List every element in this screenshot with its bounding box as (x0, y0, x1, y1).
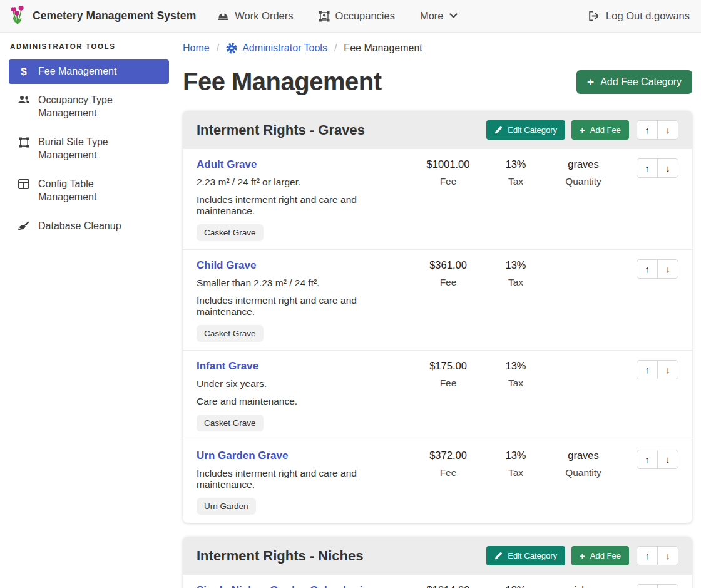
category-reorder-group: ↑ ↓ (637, 546, 678, 565)
sidebar-item-fee-management[interactable]: $ Fee Management (9, 59, 169, 84)
fee-name-link[interactable]: Single Niche - Garden Columbarium (197, 584, 413, 588)
fee-reorder-group: ↑ ↓ (637, 158, 678, 178)
breadcrumb-current: Fee Management (344, 43, 422, 54)
move-fee-up-button[interactable]: ↑ (637, 584, 658, 588)
edit-category-button[interactable]: Edit Category (486, 120, 565, 140)
move-category-up-button[interactable]: ↑ (637, 120, 658, 140)
fee-tax-label: Tax (483, 176, 548, 187)
sidebar-item-config-table-management[interactable]: Config Table Management (9, 172, 169, 210)
fee-tax: 13% (483, 158, 548, 170)
fee-amount-label: Fee (413, 467, 483, 478)
fee-description: 2.23 m² / 24 ft² or larger. (197, 177, 413, 188)
logout-label: Log Out d.gowans (606, 10, 690, 22)
add-fee-button[interactable]: + Add Fee (571, 120, 629, 140)
fee-amount-label: Fee (413, 277, 483, 288)
breadcrumb-separator: / (217, 43, 219, 54)
fee-description: Care and maintenance. (197, 396, 413, 407)
logout-button[interactable]: Log Out d.gowans (588, 10, 690, 22)
move-category-down-button[interactable]: ↓ (657, 120, 678, 140)
page-title: Fee Management (183, 68, 382, 96)
fee-type-badge: Casket Grave (197, 325, 264, 342)
table-icon (18, 179, 30, 189)
move-fee-up-button[interactable]: ↑ (637, 450, 658, 469)
nav-more[interactable]: More (420, 10, 458, 22)
users-icon (18, 95, 30, 105)
tulips-logo-icon (9, 5, 26, 28)
arrow-up-icon: ↑ (645, 163, 650, 173)
move-fee-down-button[interactable]: ↓ (657, 259, 678, 279)
fee-amount: $1001.00 (413, 158, 483, 170)
fee-description: Includes interment right and care and ma… (197, 295, 413, 317)
nav-more-label: More (420, 10, 444, 22)
edit-category-button[interactable]: Edit Category (486, 546, 565, 565)
fee-name-link[interactable]: Adult Grave (197, 158, 413, 171)
sidebar-item-occupancy-type-management[interactable]: Occupancy Type Management (9, 88, 169, 126)
arrow-down-icon: ↓ (665, 550, 670, 561)
fee-tax-label: Tax (483, 277, 548, 288)
move-fee-up-button[interactable]: ↑ (637, 158, 658, 178)
fee-tax-label: Tax (483, 378, 548, 389)
category-reorder-group: ↑ ↓ (637, 120, 678, 140)
nav-work-orders[interactable]: Work Orders (217, 10, 293, 22)
nav-occupancies-label: Occupancies (335, 10, 395, 22)
fee-row: Urn Garden Grave Includes interment righ… (183, 440, 692, 523)
fee-reorder-group: ↑ ↓ (637, 584, 678, 588)
app-title: Cemetery Management System (33, 9, 196, 23)
app-brand[interactable]: Cemetery Management System (9, 5, 196, 28)
fee-row: Child Grave Smaller than 2.23 m² / 24 ft… (183, 249, 692, 350)
fee-amount: $1014.00 (413, 584, 483, 588)
nav-occupancies[interactable]: Occupancies (319, 10, 395, 22)
sidebar-item-label: Burial Site Type Management (38, 136, 148, 162)
add-fee-label: Add Fee (590, 125, 621, 135)
fee-tax: 13% (483, 584, 548, 588)
broom-icon (18, 221, 30, 232)
fee-name-link[interactable]: Urn Garden Grave (197, 450, 413, 462)
arrow-down-icon: ↓ (665, 364, 670, 375)
category-title: Interment Rights - Niches (197, 548, 480, 564)
fee-quantity-label: Quantity (548, 176, 618, 187)
move-fee-down-button[interactable]: ↓ (657, 450, 678, 469)
add-fee-button[interactable]: + Add Fee (571, 546, 629, 565)
fee-tax-label: Tax (483, 467, 548, 478)
dollar-icon: $ (18, 66, 30, 77)
fee-name-link[interactable]: Infant Grave (197, 360, 413, 373)
fee-type-badge: Urn Garden (197, 498, 256, 515)
breadcrumb-admin-tools-link[interactable]: Administrator Tools (226, 43, 327, 54)
plus-icon: + (580, 126, 585, 134)
breadcrumb-home-link[interactable]: Home (183, 43, 210, 54)
fee-quantity-unit: niches (548, 584, 618, 588)
move-fee-down-button[interactable]: ↓ (657, 584, 678, 588)
sidebar-item-label: Fee Management (38, 65, 116, 78)
fee-amount: $361.00 (413, 259, 483, 271)
move-fee-down-button[interactable]: ↓ (657, 360, 678, 379)
move-category-up-button[interactable]: ↑ (637, 546, 658, 565)
chevron-down-icon (449, 13, 458, 19)
plus-icon: + (587, 77, 594, 87)
sidebar-item-label: Occupancy Type Management (38, 94, 148, 120)
sidebar-item-database-cleanup[interactable]: Database Cleanup (9, 214, 169, 239)
arrow-up-icon: ↑ (645, 264, 650, 274)
move-fee-up-button[interactable]: ↑ (637, 360, 658, 379)
fee-tax: 13% (483, 360, 548, 372)
category-header: Interment Rights - Niches Edit Category … (183, 537, 692, 575)
vector-square-icon (18, 137, 30, 148)
move-fee-down-button[interactable]: ↓ (657, 158, 678, 178)
move-category-down-button[interactable]: ↓ (657, 546, 678, 565)
person-frame-icon (319, 11, 330, 22)
fee-name-link[interactable]: Child Grave (197, 259, 413, 272)
sidebar-item-burial-site-type-management[interactable]: Burial Site Type Management (9, 130, 169, 168)
move-fee-up-button[interactable]: ↑ (637, 259, 658, 279)
nav-work-orders-label: Work Orders (235, 10, 293, 22)
fee-type-badge: Casket Grave (197, 415, 264, 431)
fee-amount-label: Fee (413, 176, 483, 187)
sidebar-heading: ADMINISTRATOR TOOLS (10, 43, 169, 50)
edit-category-label: Edit Category (508, 125, 557, 135)
fee-row: Adult Grave 2.23 m² / 24 ft² or larger. … (183, 149, 692, 249)
fee-row: Infant Grave Under six years. Care and m… (183, 350, 692, 440)
add-fee-category-button[interactable]: + Add Fee Category (576, 70, 692, 94)
arrow-down-icon: ↓ (665, 454, 670, 465)
edit-category-label: Edit Category (508, 551, 557, 560)
sidebar: ADMINISTRATOR TOOLS $ Fee Management Occ… (0, 33, 177, 244)
plus-icon: + (580, 552, 585, 560)
fee-amount: $372.00 (413, 450, 483, 462)
